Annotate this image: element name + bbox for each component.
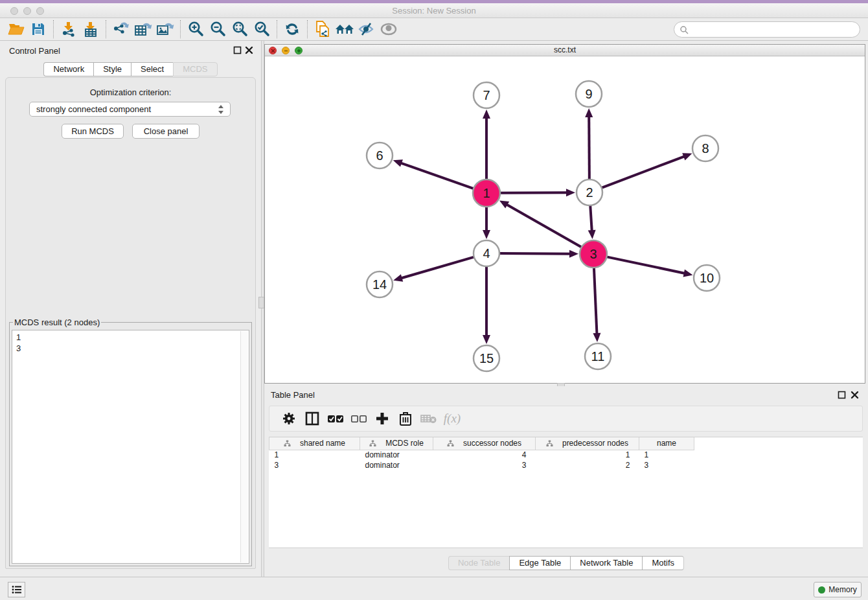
graph-edge-2-8[interactable]	[602, 156, 685, 188]
network-title: scc.txt	[265, 45, 865, 56]
search-input[interactable]	[692, 25, 860, 34]
graph-node-10[interactable]: 10	[694, 265, 720, 291]
task-history-button[interactable]	[8, 582, 25, 597]
mcds-result-textarea[interactable]: 13	[12, 330, 249, 564]
graph-node-9[interactable]: 9	[576, 81, 602, 107]
table-cell[interactable]: 2	[536, 460, 639, 470]
export-network-button[interactable]	[110, 19, 132, 39]
deselect-all-button[interactable]	[347, 408, 371, 429]
column-tree-icon	[369, 440, 376, 447]
hide-style-button[interactable]	[356, 19, 378, 39]
graph-edge-1-2[interactable]	[500, 192, 567, 193]
close-panel-icon[interactable]	[245, 46, 253, 54]
panel-divider-grip[interactable]	[258, 297, 264, 308]
tab-motifs[interactable]: Motifs	[642, 556, 684, 570]
reset-home-button[interactable]	[334, 19, 356, 39]
column-header-successor-nodes[interactable]: successor nodes	[433, 437, 536, 450]
graph-node-15[interactable]: 15	[474, 345, 499, 371]
table-cell[interactable]: 1	[639, 450, 694, 460]
search-box[interactable]	[674, 21, 860, 38]
table-cell[interactable]: 1	[536, 450, 639, 460]
control-panel: Control Panel NetworkStyleSelectMCDS Opt…	[0, 41, 261, 577]
zoom-out-button[interactable]	[207, 19, 229, 39]
clone-network-button[interactable]	[312, 19, 334, 39]
export-image-button[interactable]	[154, 19, 176, 39]
graph-edge-2-3[interactable]	[590, 205, 592, 231]
graph-node-4[interactable]: 4	[474, 240, 499, 266]
table-cell[interactable]: dominator	[360, 450, 433, 460]
graph-edge-1-6[interactable]	[400, 163, 474, 189]
graph-node-8[interactable]: 8	[692, 135, 718, 161]
zoom-fit-button[interactable]	[229, 19, 251, 39]
column-header-predecessor-nodes[interactable]: predecessor nodes	[536, 437, 639, 450]
table-body[interactable]: 1dominator4113dominator323	[269, 450, 694, 470]
memory-label: Memory	[828, 585, 856, 594]
memory-button[interactable]: Memory	[814, 582, 862, 597]
table-row[interactable]: 1dominator411	[269, 450, 694, 460]
node-table[interactable]: shared nameMCDS rolesuccessor nodesprede…	[269, 437, 863, 548]
graph-node-6[interactable]: 6	[367, 143, 393, 168]
table-mode-gear-button[interactable]	[277, 408, 301, 429]
close-table-panel-icon[interactable]	[851, 391, 859, 399]
zoom-in-button[interactable]	[185, 19, 207, 39]
result-scrollbar[interactable]	[240, 331, 248, 562]
show-columns-button[interactable]	[301, 408, 324, 429]
tab-network[interactable]: Network	[43, 62, 93, 76]
graph-edge-3-1[interactable]	[506, 204, 581, 247]
graph-edge-2-9[interactable]	[589, 116, 589, 179]
tab-edge-table[interactable]: Edge Table	[509, 556, 570, 570]
graph-edge-4-3[interactable]	[499, 253, 571, 254]
refresh-network-button[interactable]	[281, 19, 303, 39]
zoom-traffic-icon[interactable]	[36, 7, 44, 15]
graph-edge-arrow-3-11	[593, 333, 600, 342]
close-window-icon[interactable]	[269, 47, 277, 54]
run-mcds-button[interactable]: Run MCDS	[62, 124, 124, 139]
tab-style[interactable]: Style	[93, 62, 131, 76]
column-header-shared-name[interactable]: shared name	[269, 437, 360, 450]
delete-columns-button[interactable]	[394, 408, 417, 429]
minimize-window-icon[interactable]	[282, 47, 290, 54]
table-cell[interactable]: 3	[639, 460, 694, 470]
graph-node-14[interactable]: 14	[367, 271, 393, 297]
tab-select[interactable]: Select	[131, 62, 173, 76]
graph-edge-3-11[interactable]	[594, 268, 597, 334]
import-table-button[interactable]	[80, 19, 102, 39]
save-session-button[interactable]	[27, 19, 49, 39]
table-cell[interactable]: 3	[269, 460, 360, 470]
show-eye-button[interactable]	[378, 19, 400, 39]
maximize-window-icon[interactable]	[295, 47, 303, 54]
add-column-button[interactable]	[371, 408, 394, 429]
minimize-traffic-icon[interactable]	[23, 7, 31, 15]
column-header-MCDS-role[interactable]: MCDS role	[360, 437, 433, 450]
column-header-name[interactable]: name	[639, 437, 694, 450]
close-traffic-icon[interactable]	[10, 7, 18, 15]
graph-node-11[interactable]: 11	[585, 343, 611, 369]
tab-node-table[interactable]: Node Table	[448, 556, 510, 570]
graph-node-3[interactable]: 3	[580, 240, 607, 268]
table-cell[interactable]: 3	[433, 460, 536, 470]
graph-edge-3-10[interactable]	[607, 257, 685, 273]
open-session-button[interactable]	[5, 19, 27, 39]
zoom-selected-button[interactable]	[251, 19, 273, 39]
graph-edge-4-14[interactable]	[401, 257, 474, 279]
table-cell[interactable]: 4	[433, 450, 536, 460]
export-table-button[interactable]	[132, 19, 154, 39]
graph-node-2[interactable]: 2	[577, 179, 602, 205]
float-panel-icon[interactable]	[233, 46, 242, 54]
float-table-panel-icon[interactable]	[838, 391, 846, 399]
table-cell[interactable]: 1	[269, 450, 360, 460]
graph-node-1[interactable]: 1	[473, 179, 500, 207]
table-cell[interactable]: dominator	[360, 460, 433, 470]
close-panel-button[interactable]: Close panel	[132, 124, 200, 139]
table-row[interactable]: 3dominator323	[269, 460, 694, 470]
import-network-button[interactable]	[58, 19, 80, 39]
graph-edge-arrow-4-3	[569, 250, 578, 258]
optimization-criterion-select[interactable]: strongly connected component	[29, 102, 231, 117]
graph-node-7[interactable]: 7	[474, 82, 499, 108]
network-canvas-svg[interactable]: 7968124314101511	[265, 56, 865, 383]
toolbar-separator	[106, 20, 106, 38]
select-all-button[interactable]	[324, 408, 347, 429]
tab-network-table[interactable]: Network Table	[570, 556, 642, 570]
tab-mcds[interactable]: MCDS	[173, 62, 217, 76]
table-header[interactable]: shared nameMCDS rolesuccessor nodesprede…	[269, 437, 694, 450]
